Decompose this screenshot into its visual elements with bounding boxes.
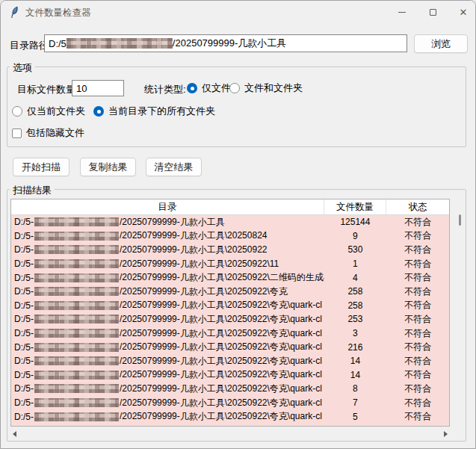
status-cell: 不符合 — [386, 258, 449, 270]
directory-cell: D:/5-/20250799999-几款小工具\20250922\二维码的生成与 — [11, 271, 324, 284]
status-cell: 不符合 — [386, 327, 449, 340]
target-count-value: 10 — [76, 83, 87, 94]
column-header-file-count[interactable]: 文件数量 — [324, 199, 387, 214]
path-censored-segment — [34, 356, 119, 365]
status-cell: 不符合 — [386, 216, 449, 229]
window-title: 文件数量检查器 — [25, 7, 91, 19]
status-cell: 不符合 — [386, 355, 449, 368]
table-row[interactable]: D:/5-/20250799999-几款小工具\20250922\夸克\quar… — [11, 299, 449, 313]
path-censored-segment — [34, 398, 119, 407]
file-count-cell: 258 — [324, 286, 387, 297]
file-count-cell: 1 — [324, 258, 387, 269]
radio-label: 文件和文件夹 — [244, 81, 303, 95]
table-row[interactable]: D:/5-/20250799999-几款小工具\20250922\夸克\quar… — [11, 312, 449, 326]
file-count-cell: 216 — [324, 342, 387, 353]
column-header-directory[interactable]: 目录 — [11, 199, 324, 214]
radio-label: 仅文件 — [202, 81, 231, 95]
include-hidden-checkbox[interactable]: 包括隐藏文件 — [12, 126, 84, 140]
path-censored-segment — [34, 426, 119, 427]
path-censored-segment — [34, 371, 119, 380]
path-suffix: /20250799999-几款小工具\20250922\夸克\quark-cl — [120, 299, 322, 312]
directory-cell: D:/5-/20250799999-几款小工具\20250922\夸克\quar… — [11, 383, 324, 395]
radio-icon — [93, 106, 104, 117]
directory-cell: D:/5-/20250799999-几款小工具\20250922\夸克\quar… — [11, 341, 324, 353]
count-type-label: 统计类型: — [144, 83, 186, 96]
path-input[interactable]: D:/5/20250799999-几款小工具 — [44, 34, 407, 52]
path-suffix: /20250799999-几款小工具\20250922\夸克\quark-cl — [120, 397, 322, 409]
directory-cell: D:/5-/20250799999-几款小工具\20250922\夸克 — [11, 285, 324, 298]
vertical-scrollbar-thumb[interactable] — [459, 214, 461, 226]
table-row[interactable]: D:/5-/20250799999-几款小工具\20250922\夸克\quar… — [11, 396, 449, 410]
status-cell: 不符合 — [386, 410, 449, 423]
path-prefix: D:/5- — [14, 244, 34, 255]
path-prefix: D:/5- — [14, 300, 34, 311]
file-count-cell: 125144 — [324, 217, 387, 227]
maximize-button[interactable] — [418, 1, 448, 23]
directory-cell: D:/5-/20250799999-几款小工具\20250922\夸克\quar… — [11, 424, 324, 427]
path-suffix: /20250799999-几款小工具\20250824 — [120, 229, 267, 242]
start-scan-button[interactable]: 开始扫描 — [13, 158, 69, 176]
title-bar[interactable]: 文件数量检查器 ✕ — [1, 1, 475, 23]
table-row[interactable]: D:/5-/20250799999-几款小工具\20250922\夸克 258 … — [11, 285, 449, 299]
path-censored-segment — [34, 315, 119, 323]
table-row[interactable]: D:/5-/20250799999-几款小工具\20250922\夸克\quar… — [11, 382, 449, 396]
path-censored-segment — [34, 343, 119, 352]
table-row[interactable]: D:/5-/20250799999-几款小工具\20250922\夸克\quar… — [11, 424, 449, 427]
path-censored-segment — [67, 38, 173, 49]
minimize-button[interactable] — [387, 1, 417, 23]
path-suffix: /20250799999-几款小工具\20250922\11 — [120, 258, 279, 270]
radio-icon — [187, 83, 197, 93]
path-prefix: D:/5- — [14, 273, 34, 283]
path-censored-segment — [34, 273, 119, 282]
file-count-cell: 7 — [324, 397, 387, 408]
path-censored-segment — [34, 412, 119, 421]
close-button[interactable]: ✕ — [448, 1, 476, 23]
file-count-cell: 258 — [324, 300, 387, 311]
directory-cell: D:/5-/20250799999-几款小工具\20250922\11 — [11, 258, 324, 270]
table-row[interactable]: D:/5-/20250799999-几款小工具\20250922\夸克\quar… — [11, 368, 449, 383]
tk-feather-icon — [9, 6, 20, 18]
directory-cell: D:/5-/20250799999-几款小工具\20250922 — [11, 244, 324, 256]
path-prefix: D:/5- — [14, 383, 34, 394]
table-row[interactable]: D:/5-/20250799999-几款小工具\20250922\夸克\quar… — [11, 354, 449, 368]
table-row[interactable]: D:/5-/20250799999-几款小工具 125144 不符合 — [11, 215, 449, 229]
path-value-suffix: /20250799999-几款小工具 — [173, 37, 286, 50]
radio-files-and-folders[interactable]: 文件和文件夹 — [229, 81, 303, 95]
browse-button[interactable]: 浏览 — [414, 34, 468, 53]
radio-all-subfolders[interactable]: 当前目录下的所有文件夹 — [93, 105, 215, 118]
results-group-title: 扫描结果 — [10, 184, 55, 197]
file-count-cell: 4 — [324, 273, 387, 283]
radio-current-folder-only[interactable]: 仅当前文件夹 — [12, 105, 85, 118]
table-row[interactable]: D:/5-/20250799999-几款小工具\20250824 9 不符合 — [11, 229, 449, 244]
status-cell: 不符合 — [386, 229, 449, 242]
scroll-left-arrow-icon[interactable] — [13, 431, 16, 437]
target-count-input[interactable]: 10 — [72, 80, 124, 96]
table-row[interactable]: D:/5-/20250799999-几款小工具\20250922\夸克\quar… — [11, 326, 449, 341]
path-suffix: /20250799999-几款小工具\20250922\夸克 — [120, 285, 288, 298]
path-suffix: /20250799999-几款小工具\20250922\夸克\quark-cl — [120, 355, 322, 368]
results-table: 目录 文件数量 状态 D:/5-/20250799999-几款小工具 12514… — [10, 199, 450, 427]
table-row[interactable]: D:/5-/20250799999-几款小工具\20250922\夸克\quar… — [11, 340, 449, 354]
file-count-cell: 3 — [324, 328, 387, 338]
clear-results-button[interactable]: 清空结果 — [146, 158, 202, 176]
checkbox-label: 包括隐藏文件 — [26, 126, 84, 140]
column-header-status[interactable]: 状态 — [386, 199, 449, 214]
options-group-title: 选项 — [10, 61, 35, 75]
scroll-right-arrow-icon[interactable] — [444, 431, 448, 437]
table-row[interactable]: D:/5-/20250799999-几款小工具\20250922\二维码的生成与… — [11, 270, 449, 285]
path-censored-segment — [34, 245, 119, 254]
table-row[interactable]: D:/5-/20250799999-几款小工具\20250922\夸克\quar… — [11, 409, 449, 424]
path-suffix: /20250799999-几款小工具\20250922\夸克\quark-cl — [120, 424, 322, 427]
table-row[interactable]: D:/5-/20250799999-几款小工具\20250922 530 不符合 — [11, 243, 449, 257]
path-suffix: /20250799999-几款小工具\20250922\夸克\quark-cl — [120, 383, 322, 395]
app-window: 文件数量检查器 ✕ 目录路径: D:/5/20250799999-几款小工具 浏… — [0, 0, 476, 449]
status-cell: 不符合 — [386, 424, 449, 427]
radio-icon — [12, 106, 22, 117]
radio-files-only[interactable]: 仅文件 — [187, 81, 231, 95]
file-count-cell: 14 — [324, 356, 387, 366]
directory-cell: D:/5-/20250799999-几款小工具\20250922\夸克\quar… — [11, 299, 324, 312]
path-censored-segment — [34, 287, 119, 296]
copy-results-button[interactable]: 复制结果 — [80, 158, 136, 176]
radio-label: 仅当前文件夹 — [27, 105, 85, 118]
table-row[interactable]: D:/5-/20250799999-几款小工具\20250922\11 1 不符… — [11, 257, 449, 271]
